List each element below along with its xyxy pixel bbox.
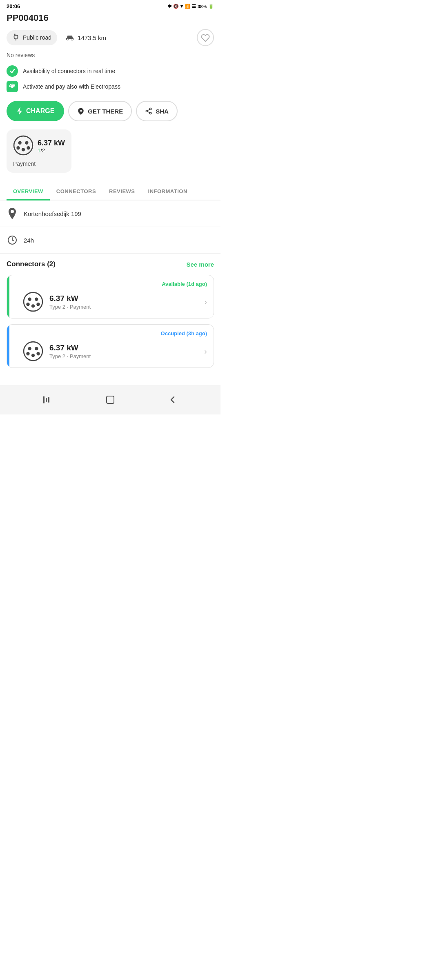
svg-point-1: [71, 38, 73, 40]
clock-icon: [7, 234, 18, 246]
electropass-icon: [7, 81, 18, 92]
signal-icon: ☰: [192, 4, 196, 9]
svg-point-19: [28, 298, 31, 301]
svg-point-22: [31, 304, 35, 307]
svg-point-12: [18, 141, 22, 145]
address-row: Kortenhoefsedijk 199: [0, 200, 220, 227]
connector-1-status: Available (1d ago): [162, 281, 207, 287]
car-icon: [65, 34, 74, 42]
connector-1-status-row: Available (1d ago): [22, 281, 207, 290]
wifi-icon: 📶: [185, 4, 190, 9]
connector-1-info: 6.37 kW Type 2 · Payment: [49, 294, 91, 310]
connector-summary-top: 6.37 kW 1/2: [13, 135, 65, 157]
connector-2-status: Occupied (3h ago): [161, 330, 207, 336]
svg-point-20: [35, 298, 38, 301]
connector-2-type: Type 2 · Payment: [49, 353, 91, 359]
get-there-label: GET THERE: [88, 108, 123, 115]
tab-information[interactable]: INFORMATION: [142, 183, 194, 200]
see-more-button[interactable]: See more: [186, 261, 214, 268]
feature-electropass: Activate and pay also with Electropass: [0, 79, 220, 94]
mute-icon: 🔇: [173, 4, 179, 9]
connector-2-info: 6.37 kW Type 2 · Payment: [49, 343, 91, 359]
charge-button[interactable]: CHARGE: [7, 101, 64, 121]
svg-rect-32: [48, 397, 49, 403]
svg-point-11: [14, 136, 33, 155]
svg-point-14: [16, 146, 20, 149]
svg-line-10: [148, 109, 150, 111]
connector-status-bar-1: [7, 275, 9, 318]
no-reviews: No reviews: [0, 50, 220, 63]
status-icons: ✱ 🔇 ▾ 📶 ☰ 38% 🔋: [168, 4, 214, 9]
hours-text: 24h: [24, 237, 34, 244]
connector-2-power: 6.37 kW: [49, 343, 91, 352]
total-count: 2: [42, 147, 45, 154]
charge-label: CHARGE: [26, 107, 54, 115]
distance-value: 1473.5 km: [78, 34, 106, 41]
svg-point-27: [26, 352, 29, 355]
svg-rect-33: [107, 396, 114, 403]
connector-item-1[interactable]: Available (1d ago) 6.37 kW Type 2 · Pay: [7, 275, 214, 318]
realtime-label: Availability of connectors in real time: [23, 68, 115, 74]
svg-point-16: [27, 146, 30, 149]
tab-connectors[interactable]: CONNECTORS: [50, 183, 102, 200]
share-button[interactable]: SHA: [136, 101, 178, 121]
tab-bar: OVERVIEW CONNECTORS REVIEWS INFORMATION: [0, 183, 220, 200]
feature-realtime: Availability of connectors in real time: [0, 63, 220, 79]
tab-overview[interactable]: OVERVIEW: [7, 183, 50, 200]
tab-reviews[interactable]: REVIEWS: [102, 183, 141, 200]
connector-2-detail-row: 6.37 kW Type 2 · Payment ›: [22, 341, 207, 362]
connector-1-chevron: ›: [204, 297, 207, 307]
svg-point-28: [31, 354, 35, 357]
connector-1-detail-row: 6.37 kW Type 2 · Payment ›: [22, 291, 207, 312]
connector-1-icon: [22, 291, 44, 312]
nav-bar: [0, 385, 220, 414]
location-icon: ▾: [180, 4, 183, 9]
svg-point-21: [26, 303, 29, 306]
nav-menu-button[interactable]: [39, 391, 57, 409]
connector-2-content: Occupied (3h ago) 6.37 kW Type 2 · Paym: [22, 330, 207, 362]
get-there-button[interactable]: GET THERE: [68, 101, 132, 121]
connectors-header: Connectors (2) See more: [7, 260, 214, 268]
nav-home-button[interactable]: [101, 391, 119, 409]
location-pin-icon: [7, 208, 18, 219]
connector-1-type: Type 2 · Payment: [49, 304, 91, 310]
nav-back-button[interactable]: [164, 391, 182, 409]
share-label: SHA: [156, 108, 169, 115]
connector-summary-power: 6.37 kW 1/2: [38, 139, 65, 154]
svg-point-24: [24, 342, 42, 361]
svg-point-15: [22, 148, 25, 151]
connector-2-chevron: ›: [204, 347, 207, 356]
bluetooth-icon: ✱: [168, 4, 172, 9]
svg-point-26: [35, 347, 38, 350]
connector-small-icon: [13, 135, 33, 157]
connector-item-2[interactable]: Occupied (3h ago) 6.37 kW Type 2 · Paym: [7, 324, 214, 368]
connector-summary-card: 6.37 kW 1/2 Payment: [7, 129, 71, 173]
svg-line-9: [148, 111, 150, 113]
top-info-row: Public road 1473.5 km: [0, 27, 220, 50]
electropass-label: Activate and pay also with Electropass: [23, 83, 120, 90]
action-buttons-row: CHARGE GET THERE SHA: [0, 94, 220, 125]
realtime-check-icon: [7, 65, 18, 77]
connector-payment-label: Payment: [13, 160, 65, 167]
distance-info: 1473.5 km: [65, 34, 106, 42]
connector-status-bar-2: [7, 325, 9, 368]
plug-icon: [12, 33, 20, 42]
connector-2-status-row: Occupied (3h ago): [22, 330, 207, 339]
battery-text: 38%: [198, 4, 207, 9]
svg-point-0: [67, 38, 69, 40]
status-bar: 20:06 ✱ 🔇 ▾ 📶 ☰ 38% 🔋: [0, 0, 220, 11]
svg-rect-31: [46, 398, 47, 402]
connectors-title: Connectors (2): [7, 260, 56, 268]
road-type-label: Public road: [23, 34, 51, 41]
svg-point-2: [11, 86, 13, 88]
svg-marker-3: [17, 107, 22, 115]
svg-point-25: [28, 347, 31, 350]
road-type-tag: Public road: [7, 30, 57, 45]
svg-point-18: [24, 292, 42, 311]
connector-kw-value: 6.37 kW: [38, 139, 65, 147]
hours-row: 24h: [0, 227, 220, 254]
battery-icon: 🔋: [208, 4, 214, 9]
connector-1-content: Available (1d ago) 6.37 kW Type 2 · Pay: [22, 281, 207, 312]
favorite-button[interactable]: [197, 29, 214, 46]
status-time: 20:06: [7, 3, 20, 9]
